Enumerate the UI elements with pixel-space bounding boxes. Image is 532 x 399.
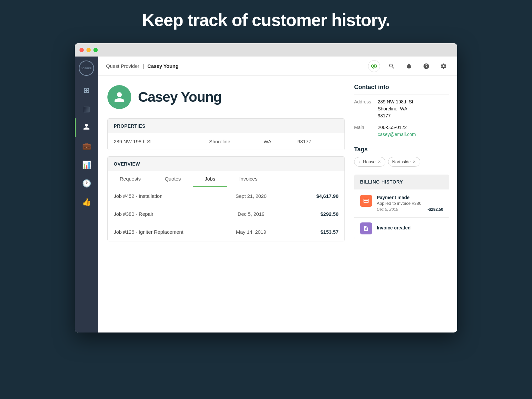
page-wrapper: Keep track of customer history. JOBBER ⊞ xyxy=(0,0,532,399)
job-date-452: Sept 21, 2020 xyxy=(213,193,288,199)
billing-payment-details: Payment made Applied to invoice #380 Dec… xyxy=(377,195,443,212)
property-zip: 98177 xyxy=(297,139,338,144)
quickbooks-button[interactable]: QB xyxy=(368,60,380,72)
billing-payment-amount: -$292.50 xyxy=(428,207,443,212)
contact-info-section: Contact info Address 289 NW 198th St Sho… xyxy=(354,84,449,138)
job-amount-452: $4,617.90 xyxy=(289,193,338,199)
properties-section: PROPERTIES 289 NW 198th St Shoreline WA … xyxy=(107,118,345,150)
tag-northside-close[interactable]: ✕ xyxy=(413,160,416,164)
job-row[interactable]: Job #380 - Repair Dec 5, 2019 $292.50 xyxy=(108,205,344,223)
sidebar-logo: JOBBER xyxy=(75,57,98,80)
phone-row: Main 206-555-0122 casey@email.com xyxy=(354,124,449,138)
billing-payment-meta: Dec 5, 2019 -$292.50 xyxy=(377,207,443,212)
tag-northside-label: Northside xyxy=(392,159,411,164)
job-row[interactable]: Job #452 - Installation Sept 21, 2020 $4… xyxy=(108,187,344,205)
contact-info-title: Contact info xyxy=(354,84,449,94)
billing-header: BILLING HISTORY xyxy=(354,175,449,189)
job-row[interactable]: Job #126 - Igniter Replacement May 14, 2… xyxy=(108,223,344,241)
jobs-list: Job #452 - Installation Sept 21, 2020 $4… xyxy=(108,187,344,241)
customer-name: Casey Young xyxy=(138,89,221,105)
notifications-button[interactable] xyxy=(403,61,415,72)
tab-requests[interactable]: Requests xyxy=(108,171,153,187)
job-desc-126: Igniter Replacement xyxy=(139,229,183,235)
main-content: Quest Provider | Casey Young QB xyxy=(98,57,457,332)
tag-house-label: House xyxy=(363,159,376,164)
payment-icon xyxy=(360,195,372,207)
job-dash-452: - xyxy=(136,193,139,199)
invoice-created-label: Invoice created xyxy=(377,222,411,234)
job-dash-380: - xyxy=(136,211,139,217)
email-address[interactable]: casey@email.com xyxy=(378,131,416,138)
app-layout: JOBBER ⊞ ▦ 💼 📊 xyxy=(75,57,457,332)
browser-window: JOBBER ⊞ ▦ 💼 📊 xyxy=(75,43,457,332)
phone-label: Main xyxy=(354,124,372,138)
history-icon: 🕐 xyxy=(82,179,91,188)
job-number-126: Job #126 xyxy=(114,229,134,235)
sidebar: JOBBER ⊞ ▦ 💼 📊 xyxy=(75,57,98,332)
content-area: Casey Young PROPERTIES 289 NW 198th St S… xyxy=(98,76,457,332)
tag-house-close[interactable]: ✕ xyxy=(378,160,381,164)
tab-invoices[interactable]: Invoices xyxy=(227,171,269,187)
address-value: 289 NW 198th St Shoreline, WA 98177 xyxy=(378,98,413,119)
phone-value: 206-555-0122 casey@email.com xyxy=(378,124,416,138)
clients-icon xyxy=(83,123,90,132)
settings-button[interactable] xyxy=(438,61,449,72)
page-headline: Keep track of customer history. xyxy=(142,10,390,30)
tags-title: Tags xyxy=(354,146,449,153)
address-line2: Shoreline, WA xyxy=(378,106,407,111)
sidebar-item-jobs[interactable]: 💼 xyxy=(75,137,98,156)
billing-section: BILLING HISTORY Payment made Applied to … xyxy=(354,175,449,239)
property-city: Shoreline xyxy=(209,139,250,144)
tab-quotes[interactable]: Quotes xyxy=(153,171,193,187)
billing-payment-item[interactable]: Payment made Applied to invoice #380 Dec… xyxy=(354,190,449,217)
job-date-126: May 14, 2019 xyxy=(213,229,288,235)
browser-titlebar xyxy=(75,43,457,57)
sidebar-item-clients[interactable] xyxy=(75,118,98,137)
breadcrumb-separator: | xyxy=(143,63,144,69)
help-button[interactable] xyxy=(421,61,432,72)
invoice-icon xyxy=(360,222,372,234)
traffic-light-close[interactable] xyxy=(79,48,84,52)
tags-section: Tags ◁ House ✕ Northside ✕ xyxy=(354,146,449,167)
overview-tabs: Requests Quotes Jobs Invoices xyxy=(108,171,344,187)
job-dash-126: - xyxy=(136,229,139,235)
customer-header: Casey Young xyxy=(107,85,345,109)
app-header: Quest Provider | Casey Young QB xyxy=(98,57,457,76)
address-line3: 98177 xyxy=(378,113,391,118)
tags-container: ◁ House ✕ Northside ✕ xyxy=(354,157,449,167)
address-line1: 289 NW 198th St xyxy=(378,99,413,104)
property-street: 289 NW 198th St xyxy=(114,139,196,144)
property-row[interactable]: 289 NW 198th St Shoreline WA 98177 xyxy=(108,133,344,150)
billing-payment-date: Dec 5, 2019 xyxy=(377,207,398,212)
calendar-icon: ▦ xyxy=(83,105,90,113)
tab-jobs[interactable]: Jobs xyxy=(193,171,227,187)
billing-payment-subtitle: Applied to invoice #380 xyxy=(377,201,443,206)
job-amount-380: $292.50 xyxy=(289,211,338,217)
qb-label: QB xyxy=(371,64,377,68)
traffic-light-maximize[interactable] xyxy=(93,48,98,52)
overview-header: OVERVIEW xyxy=(108,157,344,171)
job-desc-380: Repair xyxy=(139,211,153,217)
sidebar-item-calendar[interactable]: ▦ xyxy=(75,100,98,118)
tag-arrow-icon: ◁ xyxy=(358,160,361,164)
tag-northside[interactable]: Northside ✕ xyxy=(388,157,421,167)
billing-payment-title: Payment made xyxy=(377,195,443,200)
sidebar-item-dashboard[interactable]: ⊞ xyxy=(75,81,98,100)
header-actions: QB xyxy=(368,60,449,72)
properties-header: PROPERTIES xyxy=(108,119,344,133)
traffic-light-minimize[interactable] xyxy=(86,48,91,52)
billing-invoice-item[interactable]: Invoice created xyxy=(354,218,449,239)
sidebar-item-reports[interactable]: 📊 xyxy=(75,156,98,174)
avatar xyxy=(107,85,131,109)
search-button[interactable] xyxy=(386,61,397,72)
tag-house[interactable]: ◁ House ✕ xyxy=(354,157,385,167)
sidebar-item-history[interactable]: 🕐 xyxy=(75,174,98,193)
job-number-452: Job #452 xyxy=(114,193,134,199)
sidebar-item-reviews[interactable]: 👍 xyxy=(75,193,98,211)
overview-section: OVERVIEW Requests Quotes Jobs Invoices xyxy=(107,156,345,241)
job-name-380: Job #380 - Repair xyxy=(114,211,213,217)
breadcrumb: Quest Provider | Casey Young xyxy=(106,63,179,69)
job-amount-126: $153.57 xyxy=(289,229,338,235)
breadcrumb-customer: Casey Young xyxy=(147,63,179,69)
reports-icon: 📊 xyxy=(82,161,91,169)
